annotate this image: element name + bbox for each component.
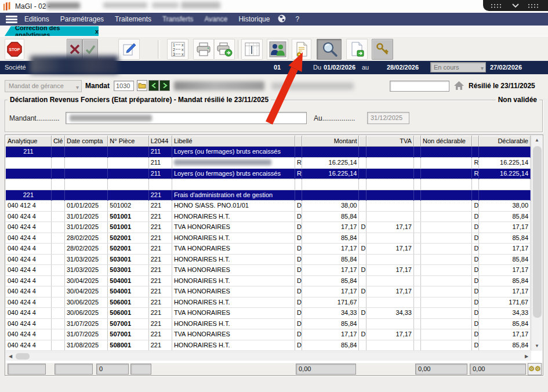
- recalculate-button[interactable]: ⚙⚙: [528, 363, 542, 375]
- table-row[interactable]: 040 424 430/06/2025506001221HONORAIRES H…: [6, 297, 531, 308]
- vertical-scrollbar-thumb[interactable]: [533, 146, 542, 318]
- numbered-list-button[interactable]: 123 xxx: [167, 39, 188, 60]
- table-row[interactable]: 040 424 428/02/2025502001221HONORAIRES H…: [6, 233, 531, 244]
- open-folder-button[interactable]: [137, 80, 147, 91]
- print-button[interactable]: [193, 39, 214, 60]
- col-header-montant[interactable]: Montant: [302, 136, 358, 147]
- cell-fD: D: [472, 318, 479, 329]
- scroll-right-icon[interactable]: ▶: [522, 352, 531, 361]
- cell-piece: 504001: [108, 275, 148, 286]
- scroll-down-icon[interactable]: ▼: [532, 342, 542, 351]
- cell-analytique: [6, 157, 51, 168]
- tab-correction-analytiques[interactable]: Correction des analytiques x: [5, 26, 99, 36]
- users-button[interactable]: [267, 39, 288, 60]
- tab-close-icon[interactable]: x: [95, 28, 99, 35]
- col-header-flag-tva[interactable]: [359, 136, 366, 147]
- cell-montant: 171,67: [302, 297, 358, 308]
- chevron-down-icon[interactable]: [512, 3, 519, 8]
- col-header-analytique[interactable]: Analytique: [6, 136, 51, 147]
- stop-button[interactable]: STOP: [5, 39, 24, 60]
- data-grid-button[interactable]: [241, 39, 263, 60]
- document-gear-button[interactable]: [292, 39, 311, 60]
- search-magnifier-icon: [321, 41, 338, 58]
- menu-item-avance[interactable]: Avance: [205, 15, 228, 23]
- col-header-flag-declarable[interactable]: [472, 136, 479, 147]
- home-icon[interactable]: [453, 81, 464, 92]
- cell-montant: 85,84: [302, 275, 358, 286]
- edit-button[interactable]: [118, 39, 140, 60]
- mandat-number-input[interactable]: 1030: [114, 81, 134, 91]
- mandat-type-dropdown[interactable]: Mandat de gérance ▾: [5, 80, 82, 92]
- menu-item-historique[interactable]: Historique: [238, 15, 270, 23]
- table-row[interactable]: 040 424 431/08/2025508001221HONORAIRES H…: [6, 340, 531, 351]
- table-row[interactable]: 040 424 430/04/2025504001221TVA HONORAIR…: [6, 286, 531, 297]
- cell-montant: 85,84: [302, 233, 358, 244]
- col-header-nondeclarable[interactable]: Non déclarable: [420, 136, 471, 147]
- menu-item-transferts[interactable]: Transferts: [162, 15, 194, 23]
- cell-cle: [51, 254, 64, 265]
- table-row[interactable]: 211Loyers (ou fermages) bruts encaissésR…: [6, 168, 531, 179]
- cancel-x-icon: [68, 43, 81, 56]
- table-row[interactable]: 211R16.225,14R16.225,14: [6, 157, 531, 168]
- help-menu[interactable]: ?: [295, 15, 299, 23]
- table-row[interactable]: [6, 179, 531, 190]
- cell-montant: [302, 190, 358, 201]
- cell-nonDecl: [420, 286, 471, 297]
- table-row[interactable]: 040 424 431/03/2025503001221TVA HONORAIR…: [6, 265, 531, 276]
- globe-icon[interactable]: [278, 14, 286, 24]
- table-row[interactable]: 040 424 430/04/2025504001221HONORAIRES H…: [6, 275, 531, 286]
- col-header-declarable[interactable]: Déclarable: [479, 136, 531, 147]
- previous-mandat-button[interactable]: [148, 80, 159, 91]
- cell-date: 31/01/2025: [64, 222, 107, 233]
- table-row[interactable]: 040 424 431/01/2025501001221HONORAIRES H…: [6, 211, 531, 222]
- col-header-flag-nondeclarable[interactable]: [413, 136, 420, 147]
- menu-item-traitements[interactable]: Traitements: [115, 15, 151, 23]
- cell-piece: [108, 179, 148, 190]
- cell-cle: [51, 157, 64, 168]
- screen-capture-widget[interactable]: [483, 0, 548, 11]
- col-header-libelle[interactable]: Libellé: [172, 136, 295, 147]
- footer-total-montant: 0,00: [296, 364, 356, 375]
- cell-libelle: HONORAIRES H.T.: [172, 254, 295, 265]
- table-row[interactable]: 040 424 431/07/2025507001221TVA HONORAIR…: [6, 329, 531, 340]
- table-row[interactable]: 211211Loyers (ou fermages) bruts encaiss…: [6, 147, 531, 158]
- vertical-scrollbar[interactable]: ▲ ▼: [531, 136, 542, 351]
- col-header-date-compta[interactable]: Date compta: [64, 136, 107, 147]
- scroll-up-icon[interactable]: ▲: [532, 136, 542, 145]
- col-header-tva[interactable]: TVA: [366, 136, 413, 147]
- col-header-l2044[interactable]: L2044: [148, 136, 172, 147]
- period-status-dropdown[interactable]: En cours ▾: [430, 62, 486, 72]
- key-button[interactable]: [372, 39, 393, 60]
- col-header-cle[interactable]: Clé: [51, 136, 64, 147]
- cell-fD: D: [472, 201, 479, 212]
- table-row[interactable]: 040 424 428/02/2025502001221TVA HONORAIR…: [6, 244, 531, 255]
- table-row[interactable]: 040 412 401/01/2025501002221HONO S/ASS. …: [6, 201, 531, 212]
- search-button[interactable]: [317, 39, 342, 60]
- horizontal-scrollbar[interactable]: ◀ ▶: [6, 351, 531, 361]
- horizontal-scrollbar-thumb[interactable]: [16, 353, 30, 360]
- scroll-left-icon[interactable]: ◀: [6, 352, 15, 361]
- mandant-input[interactable]: [66, 112, 307, 124]
- col-header-piece[interactable]: N° Pièce: [108, 136, 148, 147]
- cell-montant: 17,17: [302, 222, 358, 233]
- print-export-button[interactable]: [214, 39, 235, 60]
- cell-cle: [51, 190, 64, 201]
- cell-decl: 17,17: [479, 329, 531, 340]
- document-export-button[interactable]: [346, 39, 368, 60]
- table-row[interactable]: 040 424 431/03/2025503001221HONORAIRES H…: [6, 254, 531, 265]
- reference-input[interactable]: [390, 81, 449, 92]
- next-mandat-button[interactable]: [159, 80, 170, 91]
- validate-check-icon: [84, 43, 97, 56]
- table-row[interactable]: 040 424 431/01/2025501001221TVA HONORAIR…: [6, 222, 531, 233]
- cell-libelle: TVA HONORAIRES: [172, 265, 295, 276]
- menu-item-editions[interactable]: Editions: [24, 15, 49, 23]
- cell-analytique: 040 424 4: [6, 211, 51, 222]
- menu-item-paramétrages[interactable]: Paramétrages: [60, 15, 104, 23]
- col-header-flag-montant[interactable]: [295, 136, 302, 147]
- hamburger-menu-icon[interactable]: [6, 16, 17, 23]
- table-row[interactable]: 040 424 430/06/2025506001221TVA HONORAIR…: [6, 308, 531, 319]
- table-row[interactable]: 221221Frais d'administration et de gesti…: [6, 190, 531, 201]
- au-date-input[interactable]: 31/12/2025: [367, 112, 409, 124]
- table-row[interactable]: 040 424 431/07/2025507001221HONORAIRES H…: [6, 318, 531, 329]
- cell-fN: [413, 254, 420, 265]
